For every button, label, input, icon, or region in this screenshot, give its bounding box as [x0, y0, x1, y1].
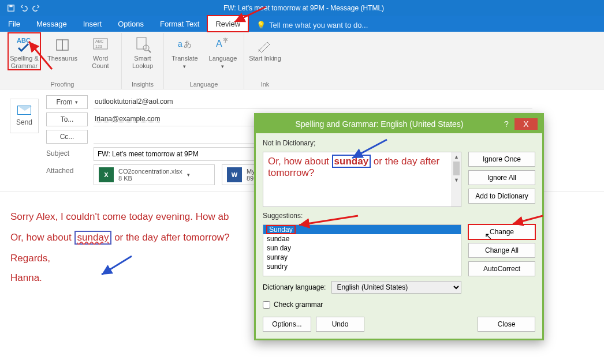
translate-icon: aあ [176, 35, 194, 54]
close-button[interactable]: Close [478, 317, 535, 332]
svg-text:あ: あ [184, 39, 192, 48]
dialog-titlebar[interactable]: Spelling and Grammar: English (United St… [256, 115, 542, 133]
to-button[interactable]: To... [46, 112, 88, 126]
scrollbar[interactable]: ▲▼ [452, 152, 461, 207]
tab-file[interactable]: File [0, 16, 28, 32]
group-label-ink: Ink [261, 81, 270, 88]
tab-review[interactable]: Review [207, 16, 248, 32]
svg-rect-4 [62, 40, 68, 50]
dialog-title: Spelling and Grammar: English (United St… [260, 119, 498, 129]
window-title: FW: Let's meet tomorrow at 9PM - Message… [40, 4, 567, 12]
tab-insert[interactable]: Insert [75, 16, 110, 32]
ignore-once-button[interactable]: Ignore Once [468, 152, 535, 167]
tell-me-placeholder: Tell me what you want to do... [269, 20, 368, 31]
suggestion-item[interactable]: sun day [263, 243, 461, 253]
svg-text:ABC: ABC [95, 39, 103, 43]
subject-label: Subject [46, 147, 88, 161]
svg-line-10 [148, 50, 151, 52]
chevron-down-icon: ▾ [221, 63, 224, 69]
cc-button[interactable]: Cc... [46, 130, 88, 144]
thesaurus-button[interactable]: Thesaurus [46, 33, 79, 70]
thesaurus-icon [53, 35, 72, 54]
suggestions-label: Suggestions: [263, 212, 461, 220]
language-button[interactable]: A字 Language▾ [207, 33, 239, 70]
ribbon-group-insights: Smart Lookup Insights [122, 33, 164, 89]
svg-text:a: a [178, 39, 182, 48]
word-count-button[interactable]: ABC123 Word Count [84, 33, 117, 70]
misspelled-word: sunday [77, 232, 109, 243]
group-label-proofing: Proofing [51, 81, 74, 88]
spelling-grammar-dialog: Spelling and Grammar: English (United St… [254, 113, 544, 340]
spelling-grammar-button[interactable]: ABC Spelling & Grammar [8, 33, 40, 70]
svg-text:ABC: ABC [17, 37, 31, 44]
ribbon-group-ink: Start Inking Ink [244, 33, 286, 89]
translate-button[interactable]: aあ Translate▾ [169, 33, 201, 70]
window-titlebar: FW: Let's meet tomorrow at 9PM - Message… [0, 0, 604, 16]
spelling-icon: ABC [15, 35, 33, 54]
attached-label: Attached [46, 164, 88, 185]
change-button[interactable]: Change [468, 224, 535, 239]
svg-rect-8 [137, 37, 146, 49]
chevron-down-icon[interactable]: ▾ [187, 172, 190, 178]
attachment-chip[interactable]: X CO2concentration.xlsx8 KB ▾ [94, 164, 215, 185]
add-to-dictionary-button[interactable]: Add to Dictionary [468, 189, 535, 204]
check-grammar-checkbox[interactable] [263, 301, 270, 309]
lightbulb-icon: 💡 [256, 20, 266, 31]
suggestion-item[interactable]: sunray [263, 253, 461, 262]
not-in-dictionary-box[interactable]: Or, how about sunday or the day after to… [263, 152, 461, 207]
undo-icon[interactable] [20, 4, 28, 12]
change-all-button[interactable]: Change All [468, 243, 535, 258]
svg-text:字: 字 [223, 37, 228, 43]
envelope-icon [17, 106, 31, 115]
ribbon-group-proofing: ABC Spelling & Grammar Thesaurus ABC123 … [3, 33, 122, 89]
svg-rect-1 [9, 5, 12, 7]
not-in-dictionary-label: Not in Dictionary; [263, 139, 461, 147]
dictionary-language-label: Dictionary language: [263, 283, 326, 291]
tab-options[interactable]: Options [110, 16, 152, 32]
quick-access-toolbar [2, 4, 40, 12]
redo-icon[interactable] [32, 4, 40, 12]
from-value[interactable]: outlooktutorial2@aol.com [94, 95, 532, 109]
chevron-down-icon: ▾ [75, 99, 78, 105]
flagged-word: sunday [332, 155, 371, 168]
mouse-cursor-icon: ↖ [484, 231, 492, 242]
autocorrect-button[interactable]: AutoCorrect [468, 261, 535, 276]
wordcount-icon: ABC123 [91, 35, 110, 54]
group-label-language: Language [190, 81, 218, 88]
from-button[interactable]: From▾ [46, 95, 88, 109]
send-button[interactable]: Send [10, 99, 39, 133]
chevron-down-icon: ▾ [183, 63, 186, 69]
ignore-all-button[interactable]: Ignore All [468, 170, 535, 185]
language-icon: A字 [214, 35, 232, 54]
group-label-insights: Insights [132, 81, 154, 88]
ribbon-group-language: aあ Translate▾ A字 Language▾ Language [164, 33, 244, 89]
tab-message[interactable]: Message [28, 16, 75, 32]
ribbon: ABC Spelling & Grammar Thesaurus ABC123 … [0, 32, 604, 89]
dictionary-language-select[interactable]: English (United States) [331, 281, 461, 294]
undo-button[interactable]: Undo [316, 317, 364, 332]
ink-icon [256, 35, 274, 54]
options-button[interactable]: Options... [263, 317, 311, 332]
ribbon-tabs: File Message Insert Options Format Text … [0, 16, 604, 32]
svg-text:A: A [216, 39, 222, 48]
tell-me-search[interactable]: 💡 Tell me what you want to do... [248, 16, 376, 32]
tab-formattext[interactable]: Format Text [152, 16, 207, 32]
excel-icon: X [99, 167, 114, 182]
smart-lookup-button[interactable]: Smart Lookup [126, 33, 159, 70]
check-grammar-label: Check grammar [274, 301, 323, 309]
suggestion-item[interactable]: sundry [263, 262, 461, 271]
svg-text:123: 123 [95, 44, 102, 48]
suggestions-list[interactable]: Sunday sundae sun day sunray sundry [263, 224, 461, 276]
smart-lookup-icon [133, 35, 152, 54]
suggestion-item[interactable]: Sunday [267, 226, 295, 234]
svg-rect-3 [57, 40, 62, 50]
dialog-help-button[interactable]: ? [498, 119, 514, 129]
start-inking-button[interactable]: Start Inking [249, 33, 281, 62]
suggestion-item[interactable]: sundae [263, 234, 461, 243]
dialog-close-button[interactable]: X [514, 118, 538, 130]
save-icon[interactable] [7, 4, 15, 12]
word-icon: W [227, 167, 242, 182]
